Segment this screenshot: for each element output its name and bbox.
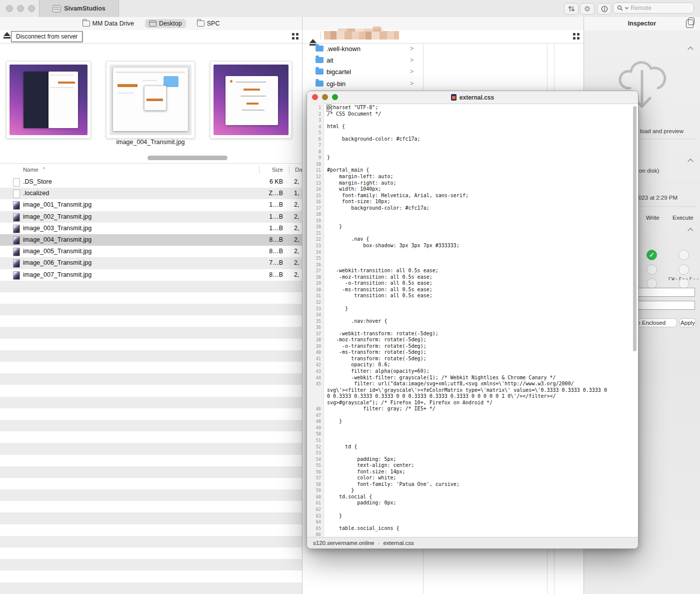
permission-write-owner-checked[interactable]: ✓ [646, 250, 657, 260]
editor-close-button[interactable] [312, 94, 318, 100]
window-tab[interactable]: SivamStudios [39, 0, 119, 17]
editor-zoom-button[interactable] [332, 94, 338, 100]
table-row-empty[interactable] [0, 489, 302, 501]
table-row-empty[interactable] [0, 327, 302, 338]
image-file-icon [13, 248, 20, 256]
table-row-empty[interactable] [0, 431, 302, 443]
remote-search-field[interactable]: Remote [613, 3, 694, 14]
collapse-chevron-icon[interactable] [688, 48, 694, 51]
remote-view-grid-icon[interactable] [573, 33, 580, 40]
table-row-empty[interactable] [0, 547, 302, 559]
table-row[interactable]: image_007_Transmit.jpg8…B2, [0, 269, 302, 281]
remote-folder-row[interactable]: cgi-bin> [302, 79, 423, 90]
editor-window: external.css 1 2 3 4 5 6 7 8 9 10 11 12 … [306, 91, 638, 549]
table-row-empty[interactable] [0, 536, 302, 547]
table-row-empty[interactable] [0, 304, 302, 315]
table-row-empty[interactable] [0, 478, 302, 489]
place-tab-mm-data-drive[interactable]: MM Data Drive [78, 19, 138, 28]
transfers-button[interactable] [564, 3, 578, 15]
eject-icon[interactable] [3, 32, 11, 39]
line-numbers: 1 2 3 4 5 6 7 8 9 10 11 12 13 14 15 16 1… [307, 105, 321, 538]
horizontal-scrollbar[interactable] [148, 156, 228, 160]
remote-folder-row[interactable]: .well-known> [302, 44, 423, 55]
close-window-button[interactable] [6, 5, 13, 12]
section-collapse-chevron-icon[interactable] [688, 160, 694, 163]
table-row-empty[interactable] [0, 315, 302, 327]
server-name-redacted [324, 31, 399, 40]
thumbnail-preview [110, 65, 192, 135]
column-header-size[interactable]: Size [235, 167, 283, 173]
place-tab-desktop[interactable]: Desktop [145, 19, 186, 28]
editor-title-bar[interactable]: external.css [307, 91, 638, 104]
table-row[interactable]: .localizedZ…B1, [0, 188, 302, 199]
table-row-empty[interactable] [0, 512, 302, 524]
table-row-empty[interactable] [0, 582, 302, 594]
file-name: image_003_Transmit.jpg [23, 225, 92, 232]
permission-write-group[interactable] [646, 264, 657, 275]
size-on-disk-text: on disk) [639, 168, 659, 174]
code-content[interactable]: @charset "UTF-8"; /* CSS Document */ htm… [327, 105, 607, 531]
permission-write-world[interactable] [646, 278, 657, 289]
table-row[interactable]: .DS_Store6 KB2, [0, 176, 302, 188]
permission-execute-owner[interactable] [678, 250, 689, 260]
thumbnail-image-004[interactable] [106, 61, 195, 139]
apply-button[interactable]: Apply [680, 318, 696, 327]
chevron-right-icon: > [410, 80, 414, 87]
folder-icon [82, 21, 90, 27]
file-date: 2, [294, 248, 299, 255]
disconnect-tooltip[interactable]: Disconnect from server [11, 31, 82, 42]
duplicate-panes-icon[interactable] [686, 20, 694, 28]
table-row-empty[interactable] [0, 350, 302, 362]
folder-name: ait [326, 57, 334, 64]
table-row-empty[interactable] [0, 455, 302, 466]
table-row-empty[interactable] [0, 420, 302, 431]
table-row-empty[interactable] [0, 408, 302, 420]
table-row[interactable]: image_003_Transmit.jpg1…B2, [0, 223, 302, 234]
table-row[interactable]: image_006_Transmit.jpg7…B2, [0, 257, 302, 269]
table-row-empty[interactable] [0, 292, 302, 304]
column-header-date[interactable]: Da [295, 167, 302, 173]
table-row-empty[interactable] [0, 466, 302, 478]
file-date: 2, [294, 178, 299, 185]
table-row-empty[interactable] [0, 397, 302, 408]
table-row-empty[interactable] [0, 524, 302, 536]
activity-button[interactable] [580, 3, 594, 15]
place-tab-spc[interactable]: SPC [193, 19, 224, 28]
table-row[interactable]: image_001_Transmit.jpg1…B2, [0, 199, 302, 211]
editor-status-bar: s120.servername.online › external.css [307, 537, 638, 548]
table-row-empty[interactable] [0, 373, 302, 385]
column-header-name[interactable]: Name [23, 167, 38, 173]
remote-folder-row[interactable]: ait> [302, 55, 423, 67]
table-row-empty[interactable] [0, 559, 302, 570]
table-row-empty[interactable] [0, 362, 302, 373]
folder-icon [316, 69, 324, 75]
table-row[interactable]: image_004_Transmit.jpg8…B2, [0, 234, 302, 246]
modified-date-text: 023 at 2:29 PM [638, 195, 678, 201]
editor-minimize-button[interactable] [322, 94, 328, 100]
table-row-empty[interactable] [0, 501, 302, 512]
minimize-window-button[interactable] [17, 5, 24, 12]
section-collapse-chevron-icon[interactable] [688, 229, 694, 232]
table-row-empty[interactable] [0, 570, 302, 582]
file-date: 2, [294, 236, 299, 243]
zoom-window-button[interactable] [28, 5, 35, 12]
editor-scrollbar[interactable] [633, 106, 636, 351]
file-date: 2, [294, 271, 299, 278]
server-icon [52, 5, 61, 13]
column-divider[interactable] [289, 166, 290, 174]
search-placeholder: Remote [630, 5, 652, 12]
table-row-empty[interactable] [0, 385, 302, 396]
table-row-empty[interactable] [0, 443, 302, 454]
permission-column-write: Write [646, 215, 660, 221]
table-row-empty[interactable] [0, 281, 302, 292]
table-row[interactable]: image_005_Transmit.jpg8…B2, [0, 246, 302, 257]
permission-execute-group[interactable] [678, 264, 689, 275]
thumbnail-image-003[interactable] [6, 61, 91, 139]
thumbnail-image-005[interactable] [210, 61, 292, 139]
table-row[interactable]: image_002_Transmit.jpg1…B2, [0, 211, 302, 223]
local-view-grid-icon[interactable] [292, 33, 298, 40]
info-button[interactable] [597, 3, 612, 15]
remote-folder-row[interactable]: bigcartel> [302, 67, 423, 78]
table-row-empty[interactable] [0, 339, 302, 350]
file-size: 1…B [235, 213, 283, 220]
